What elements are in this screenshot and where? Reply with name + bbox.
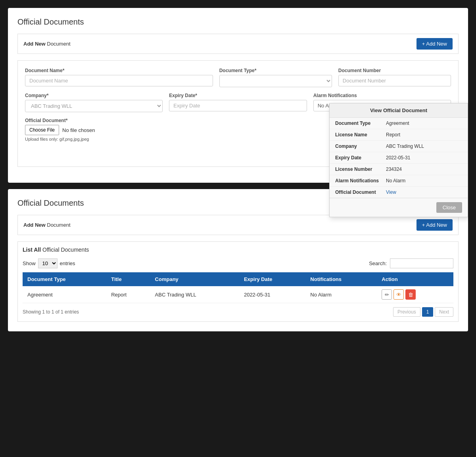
expiry-date-input[interactable] bbox=[169, 100, 307, 111]
view-document-link[interactable]: View bbox=[386, 189, 462, 195]
view-document-modal: View Official Document Document Type Agr… bbox=[329, 103, 468, 217]
cell-title: Report bbox=[106, 286, 150, 303]
cell-company: ABC Trading WLL bbox=[150, 286, 239, 303]
alarm-label: Alarm Notifications bbox=[313, 93, 451, 98]
modal-row-alarm: Alarm Notifications No Alarm bbox=[330, 175, 468, 187]
add-new-button-top[interactable]: + Add New bbox=[416, 38, 453, 50]
modal-footer: Close bbox=[330, 198, 468, 217]
search-input[interactable] bbox=[390, 258, 453, 268]
table-row: Agreement Report ABC Trading WLL 2022-05… bbox=[23, 286, 453, 303]
col-company: Company bbox=[150, 272, 239, 286]
col-title: Title bbox=[106, 272, 150, 286]
col-action: Action bbox=[377, 272, 453, 286]
show-entries: Show 10 25 50 entries bbox=[23, 258, 75, 268]
document-number-group: Document Number bbox=[338, 68, 451, 87]
form-row-1: Document Name* Document Type* Agreement … bbox=[25, 68, 451, 87]
document-number-input[interactable] bbox=[338, 75, 451, 86]
document-number-label: Document Number bbox=[338, 68, 451, 73]
no-file-text: No file chosen bbox=[62, 127, 95, 133]
pagination-controls: Previous 1 Next bbox=[393, 307, 453, 317]
list-section: List All Official Documents Show 10 25 5… bbox=[17, 241, 459, 322]
col-notifications: Notifications bbox=[305, 272, 377, 286]
pagination-info: Showing 1 to 1 of 1 entries bbox=[23, 309, 79, 315]
edit-button[interactable]: ✏ bbox=[382, 289, 392, 300]
table-controls: Show 10 25 50 entries Search: bbox=[23, 258, 453, 268]
col-expiry-date: Expiry Date bbox=[239, 272, 305, 286]
choose-file-button[interactable]: Choose File bbox=[25, 125, 59, 135]
document-name-input[interactable] bbox=[25, 75, 213, 86]
cell-document-type: Agreement bbox=[23, 286, 106, 303]
col-document-type: Document Type bbox=[23, 272, 106, 286]
modal-row-document-type: Document Type Agreement bbox=[330, 118, 468, 129]
documents-table: Document Type Title Company Expiry Date … bbox=[23, 272, 453, 303]
next-button[interactable]: Next bbox=[435, 307, 453, 317]
pagination: Showing 1 to 1 of 1 entries Previous 1 N… bbox=[23, 307, 453, 317]
document-type-label: Document Type* bbox=[219, 68, 332, 73]
modal-row-expiry-date: Expiry Date 2022-05-31 bbox=[330, 152, 468, 164]
page-1-button[interactable]: 1 bbox=[422, 307, 434, 317]
expiry-date-group: Expiry Date* bbox=[169, 93, 307, 112]
page-title-top: Official Documents bbox=[17, 17, 459, 27]
document-type-group: Document Type* Agreement bbox=[219, 68, 332, 87]
modal-row-company: Company ABC Trading WLL bbox=[330, 141, 468, 152]
cell-notifications: No Alarm bbox=[305, 286, 377, 303]
document-name-group: Document Name* bbox=[25, 68, 213, 87]
document-type-select[interactable]: Agreement bbox=[219, 75, 332, 87]
cell-expiry-date: 2022-05-31 bbox=[239, 286, 305, 303]
delete-button[interactable]: 🗑 bbox=[405, 289, 416, 300]
cell-action: ✏ 👁 🗑 bbox=[377, 286, 453, 303]
previous-button[interactable]: Previous bbox=[393, 307, 420, 317]
expiry-date-label: Expiry Date* bbox=[169, 93, 307, 98]
modal-row-license-name: License Name Report bbox=[330, 129, 468, 141]
add-new-section-header-bottom: Add New Document + Add New bbox=[17, 215, 459, 235]
add-new-section-header: Add New Document + Add New bbox=[17, 34, 459, 54]
modal-title: View Official Document bbox=[330, 103, 468, 118]
modal-row-license-number: License Number 234324 bbox=[330, 164, 468, 175]
search-area: Search: bbox=[369, 258, 453, 268]
add-new-button-bottom[interactable]: + Add New bbox=[416, 219, 453, 231]
entries-select[interactable]: 10 25 50 bbox=[38, 258, 58, 268]
modal-row-official-document: Official Document View bbox=[330, 187, 468, 198]
document-name-label: Document Name* bbox=[25, 68, 213, 73]
close-modal-button[interactable]: Close bbox=[436, 202, 462, 213]
company-label: Company* bbox=[25, 93, 163, 98]
company-group: Company* ABC Trading WLL bbox=[25, 93, 163, 112]
list-title: List All Official Documents bbox=[23, 247, 453, 253]
view-button[interactable]: 👁 bbox=[393, 289, 404, 300]
modal-body: Document Type Agreement License Name Rep… bbox=[330, 118, 468, 198]
company-select[interactable]: ABC Trading WLL bbox=[25, 100, 163, 112]
